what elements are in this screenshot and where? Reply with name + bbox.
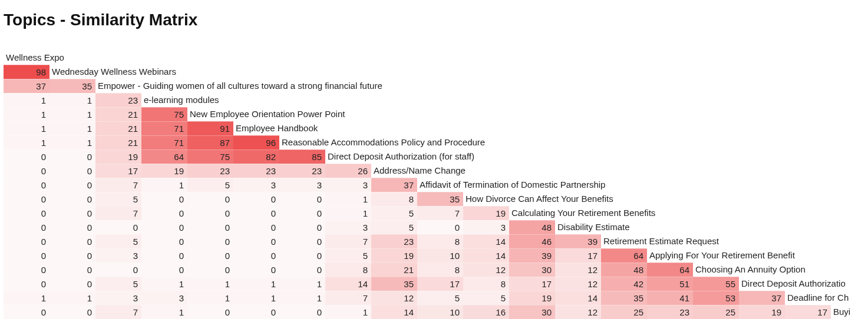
matrix-cell: 7 xyxy=(95,305,141,319)
matrix-cell: 75 xyxy=(141,107,187,121)
matrix-cell: 0 xyxy=(279,234,325,248)
matrix-cell: 21 xyxy=(95,135,141,149)
matrix-cell: 12 xyxy=(371,291,417,305)
matrix-cell: 64 xyxy=(601,248,647,262)
matrix-cell: 3 xyxy=(279,178,325,192)
matrix-cell: 0 xyxy=(233,220,279,234)
matrix-cell: 3 xyxy=(95,291,141,305)
matrix-cell: 0 xyxy=(4,305,49,319)
topic-label: Affidavit of Termination of Domestic Par… xyxy=(417,178,605,192)
matrix-cell: 53 xyxy=(693,291,739,305)
matrix-cell: 0 xyxy=(49,220,95,234)
matrix-cell: 8 xyxy=(417,262,463,277)
matrix-cell: 1 xyxy=(141,178,187,192)
matrix-cell: 0 xyxy=(187,248,233,262)
matrix-cell: 21 xyxy=(95,121,141,135)
matrix-cell: 48 xyxy=(601,262,647,277)
matrix-cell: 17 xyxy=(95,164,141,178)
topic-label: Wednesday Wellness Webinars xyxy=(49,65,176,79)
matrix-cell: 0 xyxy=(279,206,325,220)
matrix-cell: 1 xyxy=(325,305,371,319)
matrix-cell: 14 xyxy=(325,277,371,291)
matrix-cell: 0 xyxy=(187,206,233,220)
matrix-cell: 71 xyxy=(141,135,187,149)
matrix-cell: 0 xyxy=(141,262,187,277)
topic-label: e-learning modules xyxy=(141,93,219,107)
matrix-cell: 5 xyxy=(371,220,417,234)
matrix-cell: 0 xyxy=(233,192,279,206)
matrix-cell: 0 xyxy=(4,192,49,206)
matrix-cell: 12 xyxy=(555,262,601,277)
matrix-cell: 17 xyxy=(555,248,601,262)
matrix-cell: 3 xyxy=(463,220,509,234)
matrix-cell: 19 xyxy=(739,305,785,319)
matrix-row: 000000082181230124864Choosing An Annuity… xyxy=(4,262,868,277)
matrix-cell: 8 xyxy=(417,234,463,248)
matrix-row: 00500001835How Divorce Can Affect Your B… xyxy=(4,192,868,206)
matrix-cell: 19 xyxy=(141,164,187,178)
matrix-cell: 35 xyxy=(417,192,463,206)
matrix-cell: 10 xyxy=(417,305,463,319)
matrix-cell: 0 xyxy=(49,192,95,206)
matrix-cell: 5 xyxy=(371,206,417,220)
matrix-cell: 0 xyxy=(49,149,95,164)
matrix-cell: 0 xyxy=(279,220,325,234)
matrix-cell: 5 xyxy=(95,192,141,206)
page-title: Topics - Similarity Matrix xyxy=(4,11,868,29)
matrix-cell: 0 xyxy=(141,248,187,262)
matrix-cell: 7 xyxy=(325,291,371,305)
matrix-cell: 23 xyxy=(279,164,325,178)
matrix-cell: 19 xyxy=(95,149,141,164)
matrix-cell: 0 xyxy=(95,262,141,277)
matrix-cell: 10 xyxy=(417,248,463,262)
matrix-cell: 0 xyxy=(279,262,325,277)
matrix-cell: 1 xyxy=(4,291,49,305)
matrix-cell: 98 xyxy=(4,65,49,79)
matrix-cell: 19 xyxy=(509,291,555,305)
topic-label: Reasonable Accommodations Policy and Pro… xyxy=(279,135,485,149)
matrix-cell: 3 xyxy=(325,220,371,234)
matrix-cell: 85 xyxy=(279,149,325,164)
matrix-cell: 3 xyxy=(325,178,371,192)
topic-label: Employee Handbook xyxy=(233,121,318,135)
matrix-cell: 0 xyxy=(49,164,95,178)
matrix-cell: 0 xyxy=(49,248,95,262)
matrix-cell: 25 xyxy=(693,305,739,319)
matrix-row: 00500007238144639Retirement Estimate Req… xyxy=(4,234,868,248)
topic-label: Disability Estimate xyxy=(555,220,630,234)
matrix-cell: 1 xyxy=(4,107,49,121)
matrix-row: 11217191Employee Handbook xyxy=(4,121,868,135)
matrix-cell: 0 xyxy=(187,305,233,319)
matrix-cell: 25 xyxy=(601,305,647,319)
matrix-cell: 8 xyxy=(371,192,417,206)
matrix-cell: 17 xyxy=(417,277,463,291)
matrix-cell: 0 xyxy=(233,248,279,262)
matrix-cell: 14 xyxy=(463,234,509,248)
topic-label: Choosing An Annuity Option xyxy=(693,262,806,277)
matrix-cell: 0 xyxy=(279,248,325,262)
matrix-cell: 35 xyxy=(601,291,647,305)
matrix-cell: 37 xyxy=(371,178,417,192)
matrix-cell: 14 xyxy=(371,305,417,319)
matrix-cell: 7 xyxy=(95,206,141,220)
matrix-cell: 39 xyxy=(509,248,555,262)
matrix-cell: 0 xyxy=(49,262,95,277)
matrix-cell: 17 xyxy=(509,277,555,291)
matrix-cell: 8 xyxy=(325,262,371,277)
matrix-cell: 1 xyxy=(187,291,233,305)
matrix-cell: 17 xyxy=(785,305,831,319)
matrix-cell: 23 xyxy=(233,164,279,178)
matrix-cell: 19 xyxy=(371,248,417,262)
topic-label: Empower - Guiding women of all cultures … xyxy=(95,79,382,93)
matrix-cell: 0 xyxy=(141,192,187,206)
matrix-cell: 30 xyxy=(509,305,555,319)
matrix-cell: 21 xyxy=(371,262,417,277)
matrix-row: 007000015719Calculating Your Retirement … xyxy=(4,206,868,220)
topic-label: How Divorce Can Affect Your Benefits xyxy=(463,192,613,206)
topic-label: Wellness Expo xyxy=(4,51,64,65)
matrix-cell: 0 xyxy=(187,262,233,277)
matrix-cell: 55 xyxy=(693,277,739,291)
matrix-cell: 5 xyxy=(325,248,371,262)
matrix-row: 0000000350348Disability Estimate xyxy=(4,220,868,234)
matrix-cell: 21 xyxy=(95,107,141,121)
